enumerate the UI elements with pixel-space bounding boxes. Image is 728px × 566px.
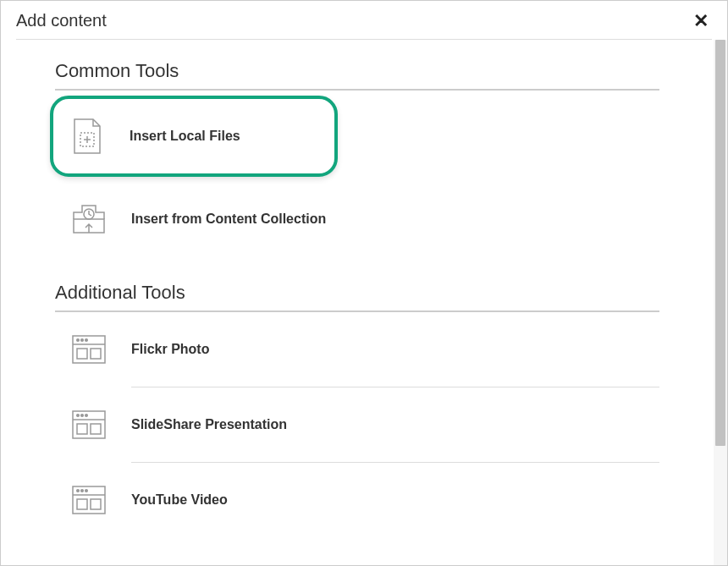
scrollbar-thumb[interactable] — [715, 40, 725, 446]
browser-window-icon — [70, 406, 108, 443]
svg-point-21 — [77, 490, 80, 492]
browser-window-icon — [70, 331, 108, 368]
svg-rect-11 — [91, 349, 101, 359]
section-title-additional: Additional Tools — [55, 282, 659, 312]
close-button[interactable]: ✕ — [690, 12, 712, 30]
svg-point-9 — [85, 339, 88, 342]
svg-point-8 — [81, 339, 84, 342]
item-label: Flickr Photo — [131, 342, 209, 357]
item-flickr-photo[interactable]: Flickr Photo — [131, 312, 659, 387]
svg-point-22 — [81, 490, 84, 492]
browser-window-icon — [70, 481, 108, 519]
item-label: YouTube Video — [131, 492, 228, 508]
svg-rect-25 — [91, 499, 101, 509]
item-slideshare-presentation[interactable]: SlideShare Presentation — [131, 387, 659, 463]
section-common-tools: Common Tools Insert Local Files — [55, 60, 659, 256]
item-label: Insert from Content Collection — [131, 212, 326, 227]
modal-title: Add content — [16, 11, 107, 30]
close-icon: ✕ — [693, 10, 709, 31]
item-youtube-video[interactable]: YouTube Video — [131, 463, 659, 537]
modal-body-wrap: Common Tools Insert Local Files — [1, 40, 727, 565]
item-label: SlideShare Presentation — [131, 417, 287, 432]
section-additional-tools: Additional Tools F — [55, 282, 659, 537]
section-title-common: Common Tools — [55, 60, 659, 91]
item-label: Insert Local Files — [130, 129, 240, 144]
svg-point-16 — [85, 415, 88, 417]
item-insert-local-files[interactable]: Insert Local Files — [50, 96, 338, 177]
collection-icon — [70, 201, 108, 238]
svg-rect-18 — [91, 424, 101, 434]
svg-point-14 — [77, 415, 80, 417]
modal-header: Add content ✕ — [1, 1, 727, 39]
item-insert-content-collection[interactable]: Insert from Content Collection — [55, 182, 659, 256]
add-content-modal: Add content ✕ Common Tools — [0, 0, 728, 566]
svg-point-23 — [85, 490, 88, 492]
svg-point-7 — [77, 339, 80, 342]
svg-rect-17 — [77, 424, 87, 434]
svg-rect-10 — [77, 349, 87, 359]
modal-body: Common Tools Insert Local Files — [1, 40, 714, 565]
scrollbar[interactable] — [714, 40, 727, 565]
file-icon — [69, 118, 106, 155]
svg-rect-24 — [77, 499, 87, 509]
svg-point-15 — [81, 415, 84, 417]
